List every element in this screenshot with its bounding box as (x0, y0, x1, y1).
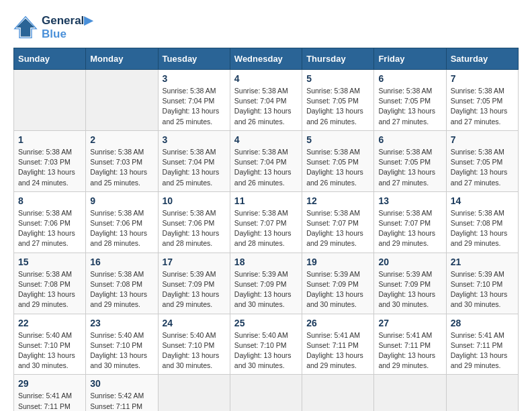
day-info: Sunrise: 5:38 AM Sunset: 7:04 PM Dayligh… (234, 147, 298, 188)
week-row-1: 1 Sunrise: 5:38 AM Sunset: 7:03 PM Dayli… (14, 130, 519, 191)
day-info: Sunrise: 5:40 AM Sunset: 7:10 PM Dayligh… (18, 330, 81, 371)
calendar-cell (230, 375, 302, 411)
day-info: Sunrise: 5:41 AM Sunset: 7:11 PM Dayligh… (306, 330, 369, 371)
day-info: Sunrise: 5:38 AM Sunset: 7:05 PM Dayligh… (451, 147, 514, 188)
day-number: 28 (451, 318, 514, 328)
calendar-cell: 5 Sunrise: 5:38 AM Sunset: 7:05 PM Dayli… (302, 130, 374, 191)
calendar-cell: 6 Sunrise: 5:38 AM Sunset: 7:05 PM Dayli… (374, 130, 446, 191)
day-info: Sunrise: 5:38 AM Sunset: 7:05 PM Dayligh… (306, 86, 369, 127)
day-number: 6 (378, 134, 441, 145)
day-info: Sunrise: 5:42 AM Sunset: 7:11 PM Dayligh… (90, 391, 153, 411)
day-info: Sunrise: 5:38 AM Sunset: 7:06 PM Dayligh… (163, 208, 226, 249)
day-info: Sunrise: 5:38 AM Sunset: 7:06 PM Dayligh… (90, 208, 153, 249)
day-number: 6 (378, 73, 441, 84)
day-number: 29 (18, 378, 81, 389)
day-number: 5 (306, 73, 369, 84)
col-monday: Monday (86, 48, 158, 70)
day-number: 25 (234, 318, 298, 328)
day-info: Sunrise: 5:39 AM Sunset: 7:09 PM Dayligh… (378, 269, 441, 310)
day-info: Sunrise: 5:40 AM Sunset: 7:10 PM Dayligh… (234, 330, 298, 371)
day-info: Sunrise: 5:39 AM Sunset: 7:09 PM Dayligh… (306, 269, 369, 310)
day-info: Sunrise: 5:38 AM Sunset: 7:07 PM Dayligh… (306, 208, 369, 249)
day-number: 13 (378, 195, 441, 206)
day-info: Sunrise: 5:38 AM Sunset: 7:03 PM Dayligh… (90, 147, 153, 188)
day-info: Sunrise: 5:38 AM Sunset: 7:04 PM Dayligh… (163, 147, 226, 188)
calendar-cell (302, 375, 374, 411)
day-number: 20 (378, 257, 441, 267)
logo-text: General▶ Blue (42, 13, 93, 41)
logo: General▶ Blue (13, 13, 93, 41)
calendar-cell: 28 Sunrise: 5:41 AM Sunset: 7:11 PM Dayl… (446, 314, 518, 375)
day-info: Sunrise: 5:41 AM Sunset: 7:11 PM Dayligh… (451, 330, 514, 371)
calendar-cell: 19 Sunrise: 5:39 AM Sunset: 7:09 PM Dayl… (302, 253, 374, 314)
day-number: 27 (378, 318, 441, 328)
day-number: 7 (451, 73, 514, 84)
day-info: Sunrise: 5:40 AM Sunset: 7:10 PM Dayligh… (163, 330, 226, 371)
day-number: 12 (306, 195, 369, 206)
col-sunday: Sunday (14, 48, 86, 70)
calendar-cell: 21 Sunrise: 5:39 AM Sunset: 7:10 PM Dayl… (446, 253, 518, 314)
calendar-cell: 5 Sunrise: 5:38 AM Sunset: 7:05 PM Dayli… (302, 70, 374, 131)
day-number: 23 (90, 318, 153, 328)
day-number: 30 (90, 378, 153, 389)
col-friday: Friday (374, 48, 446, 70)
day-info: Sunrise: 5:38 AM Sunset: 7:08 PM Dayligh… (90, 269, 153, 310)
week-row-0: 3 Sunrise: 5:38 AM Sunset: 7:04 PM Dayli… (14, 70, 519, 131)
day-info: Sunrise: 5:38 AM Sunset: 7:06 PM Dayligh… (18, 208, 81, 249)
day-number: 14 (451, 195, 514, 206)
day-number: 4 (234, 73, 298, 84)
day-info: Sunrise: 5:38 AM Sunset: 7:05 PM Dayligh… (378, 147, 441, 188)
day-info: Sunrise: 5:38 AM Sunset: 7:07 PM Dayligh… (378, 208, 441, 249)
day-number: 15 (18, 257, 81, 267)
day-info: Sunrise: 5:39 AM Sunset: 7:10 PM Dayligh… (451, 269, 514, 310)
day-info: Sunrise: 5:38 AM Sunset: 7:07 PM Dayligh… (234, 208, 298, 249)
calendar-cell: 1 Sunrise: 5:38 AM Sunset: 7:03 PM Dayli… (14, 130, 86, 191)
day-number: 21 (451, 257, 514, 267)
calendar-table: Sunday Monday Tuesday Wednesday Thursday… (13, 48, 519, 411)
day-info: Sunrise: 5:40 AM Sunset: 7:10 PM Dayligh… (90, 330, 153, 371)
day-info: Sunrise: 5:38 AM Sunset: 7:05 PM Dayligh… (306, 147, 369, 188)
calendar-header-row: Sunday Monday Tuesday Wednesday Thursday… (14, 48, 519, 70)
calendar-cell: 10 Sunrise: 5:38 AM Sunset: 7:06 PM Dayl… (158, 191, 230, 253)
calendar-cell: 15 Sunrise: 5:38 AM Sunset: 7:08 PM Dayl… (14, 253, 86, 314)
day-number: 3 (163, 134, 226, 145)
calendar-cell: 12 Sunrise: 5:38 AM Sunset: 7:07 PM Dayl… (302, 191, 374, 253)
calendar-cell: 30 Sunrise: 5:42 AM Sunset: 7:11 PM Dayl… (86, 375, 158, 411)
day-number: 11 (234, 195, 298, 206)
col-saturday: Saturday (446, 48, 518, 70)
calendar-cell: 14 Sunrise: 5:38 AM Sunset: 7:08 PM Dayl… (446, 191, 518, 253)
day-info: Sunrise: 5:41 AM Sunset: 7:11 PM Dayligh… (18, 391, 81, 411)
week-row-2: 8 Sunrise: 5:38 AM Sunset: 7:06 PM Dayli… (14, 191, 519, 253)
calendar-cell: 27 Sunrise: 5:41 AM Sunset: 7:11 PM Dayl… (374, 314, 446, 375)
page-header: General▶ Blue (13, 13, 519, 41)
calendar-cell (86, 70, 158, 131)
calendar-cell: 4 Sunrise: 5:38 AM Sunset: 7:04 PM Dayli… (230, 70, 302, 131)
calendar-cell: 3 Sunrise: 5:38 AM Sunset: 7:04 PM Dayli… (158, 70, 230, 131)
col-tuesday: Tuesday (158, 48, 230, 70)
calendar-cell: 7 Sunrise: 5:38 AM Sunset: 7:05 PM Dayli… (446, 70, 518, 131)
day-number: 9 (90, 195, 153, 206)
day-number: 2 (90, 134, 153, 145)
calendar-cell: 16 Sunrise: 5:38 AM Sunset: 7:08 PM Dayl… (86, 253, 158, 314)
calendar-cell (158, 375, 230, 411)
calendar-cell: 9 Sunrise: 5:38 AM Sunset: 7:06 PM Dayli… (86, 191, 158, 253)
calendar-cell: 11 Sunrise: 5:38 AM Sunset: 7:07 PM Dayl… (230, 191, 302, 253)
calendar-cell: 26 Sunrise: 5:41 AM Sunset: 7:11 PM Dayl… (302, 314, 374, 375)
calendar-cell: 4 Sunrise: 5:38 AM Sunset: 7:04 PM Dayli… (230, 130, 302, 191)
day-info: Sunrise: 5:38 AM Sunset: 7:08 PM Dayligh… (18, 269, 81, 310)
day-number: 22 (18, 318, 81, 328)
calendar-cell: 22 Sunrise: 5:40 AM Sunset: 7:10 PM Dayl… (14, 314, 86, 375)
day-number: 24 (163, 318, 226, 328)
calendar-cell: 6 Sunrise: 5:38 AM Sunset: 7:05 PM Dayli… (374, 70, 446, 131)
day-number: 4 (234, 134, 298, 145)
calendar-cell: 25 Sunrise: 5:40 AM Sunset: 7:10 PM Dayl… (230, 314, 302, 375)
day-number: 3 (163, 73, 226, 84)
day-number: 5 (306, 134, 369, 145)
week-row-4: 22 Sunrise: 5:40 AM Sunset: 7:10 PM Dayl… (14, 314, 519, 375)
day-info: Sunrise: 5:41 AM Sunset: 7:11 PM Dayligh… (378, 330, 441, 371)
calendar-cell (446, 375, 518, 411)
calendar-cell: 3 Sunrise: 5:38 AM Sunset: 7:04 PM Dayli… (158, 130, 230, 191)
day-number: 10 (163, 195, 226, 206)
calendar-cell: 20 Sunrise: 5:39 AM Sunset: 7:09 PM Dayl… (374, 253, 446, 314)
day-number: 19 (306, 257, 369, 267)
